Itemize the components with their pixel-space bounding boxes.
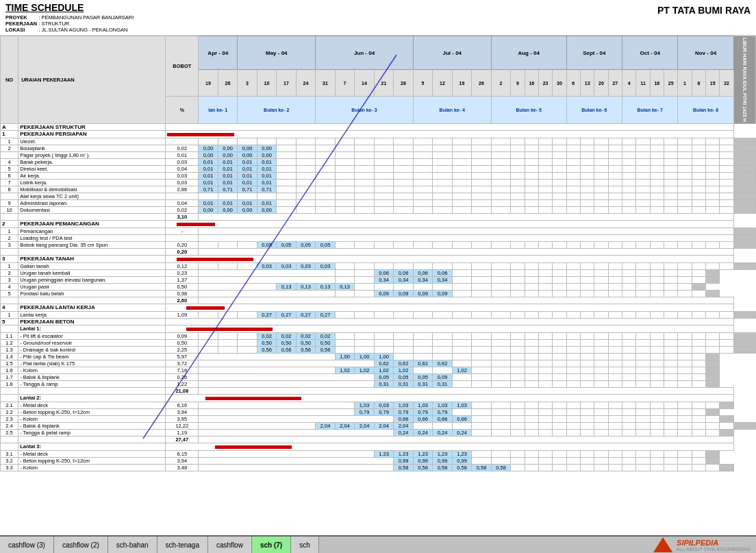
month-jul: Jul - 04 (413, 36, 491, 70)
table-row: 7 Listrik kerja. 0,03 0,010,01 0,010,01 (1, 179, 756, 186)
table-row: 8 Mobilisasi & demobilisasi 2,86 0,710,7… (1, 186, 756, 193)
page-header: TIME SCHEDULE PROYEK : PEMBANGUNAN PASAR… (0, 0, 756, 36)
month-header-row: NO URAIAN PEKERJAAN BOBOT Apr - 04 May -… (1, 36, 756, 70)
section-4-header: 4 PEKERJAAN LANTAI KERJA (1, 304, 756, 311)
table-row: 1 Galian tanah 0,12 0,030,030,03 0,03 (1, 262, 756, 269)
bulan-3: Bulan ke- 3 (316, 97, 414, 123)
tab-sch-tenaga[interactable]: sch-tenaga (158, 537, 208, 553)
lantai-2-header: Lantai 2: (1, 394, 756, 402)
main-content: NO URAIAN PEKERJAAN BOBOT Apr - 04 May -… (0, 36, 756, 535)
table-row: 1.2 - Ground/roof reservoir 0,50 0,500,5… (1, 339, 756, 346)
lantai-3-header: Lantai 3: (1, 443, 756, 450)
work-value: : STRUKTUR (38, 21, 134, 27)
tab-sch[interactable]: sch (291, 537, 319, 553)
month-sep: Sept - 04 (566, 36, 622, 70)
table-row: 1.6 - Kolom 7,16 1,021,021,02 1,02 1,02 (1, 367, 756, 373)
bottom-tabs: cashflow (3) cashflow (2) sch-bahan sch-… (0, 535, 756, 553)
bulan-6: Bulan ke- 6 (566, 97, 622, 123)
month-oct: Oct - 04 (622, 36, 678, 70)
table-row: 2.1 - Metal deck 6,16 1,030,031,03 1,031… (1, 402, 756, 408)
company-name: PT TATA BUMI RAYA (657, 2, 751, 16)
table-row: 2 Loading test / PDA test (1, 234, 756, 241)
table-row: 4 Barak pekerja. 0,03 0,010,01 0,010,01 (1, 158, 756, 165)
total-row-lantai2: 27,47 (1, 436, 756, 443)
table-row: 2 Bouwplank 0,02 0,000,00 0,000,00 (1, 145, 756, 151)
persen-header: % (166, 97, 199, 123)
page: TIME SCHEDULE PROYEK : PEMBANGUNAN PASAR… (0, 0, 756, 553)
table-row: 1 Uiezet. (1, 138, 756, 145)
bulan-8: Bulan ke- 8 (678, 97, 733, 123)
table-row: 1 Lantai kerja 1,09 0,270,270,27 0,27 (1, 311, 756, 318)
project-label: PROYEK (5, 14, 38, 21)
table-row: 4 Urugan pasir 0,50 0,130,130,130,13 (1, 283, 756, 290)
bulan-4: Bulan ke- 4 (413, 97, 491, 123)
table-wrapper[interactable]: NO URAIAN PEKERJAAN BOBOT Apr - 04 May -… (0, 36, 756, 535)
logo-area: SIPILPEDIA ALL ABOUT CIVIL ENGINEERING (648, 537, 756, 553)
tab-sch7[interactable]: sch (7) (252, 537, 291, 553)
table-row: 1.7 - Balok & lisplank 0,26 0,050,050,05… (1, 373, 756, 380)
col-bobot-header: BOBOT (166, 36, 199, 97)
logo-icon (653, 537, 672, 552)
location-value: : JL.SULTAN AGUNG - PEKALONGAN (38, 27, 134, 33)
table-row: 2.2 - Beton topping K-250, t=12cm 3,94 0… (1, 408, 756, 415)
bulan-2: Bulan ke- 2 (238, 97, 316, 123)
table-row: 1.3 - Drainage & bak kontrol 2,25 0,560,… (1, 346, 756, 353)
total-row-2: 0,20 (1, 248, 756, 255)
total-row-3: 2,60 (1, 297, 756, 304)
table-row: 1.8 - Tangga & ramp 1,22 0,310,310,310,3… (1, 380, 756, 387)
table-row: 1.5 - Plat lantai (slab) K 175 3,72 0,62… (1, 360, 756, 367)
col-uraian-header: URAIAN PEKERJAAN (18, 36, 166, 124)
table-row: 2.3 - Kolom 3,95 0,660,660,660,66 (1, 415, 756, 422)
month-nov: Nov - 04 (678, 36, 733, 70)
month-may: May - 04 (238, 36, 316, 70)
col-no-header: NO (1, 36, 18, 124)
page-title: TIME SCHEDULE (5, 2, 134, 13)
tab-spacer (319, 537, 648, 553)
total-row-1: 3,10 (1, 213, 756, 220)
tab-cashflow2[interactable]: cashflow (2) (54, 537, 108, 553)
bulan-7: Bulan ke- 7 (622, 97, 678, 123)
section-5-header: 5 PEKERJAAN BETON (1, 318, 756, 325)
table-row: 6 Air kerja. 0,03 0,010,01 0,010,01 (1, 172, 756, 179)
table-row: Pagar proyek ( tinggi 1,80 m' ). 0,01 0,… (1, 151, 756, 158)
table-row: 3 Urugan peninggian elevasi bangunan. 1,… (1, 276, 756, 283)
schedule-table: NO URAIAN PEKERJAAN BOBOT Apr - 04 May -… (0, 36, 756, 471)
schedule-body: A PEKERJAAN STRUKTUR 1 PEKERJAAN PERSIAP… (1, 123, 756, 471)
month-jun: Jun - 04 (316, 36, 414, 70)
table-row: 1 Pemancangan - (1, 228, 756, 234)
table-row: 3.2 - Beton topping K-250, t=12cm 3,94 0… (1, 457, 756, 464)
table-row: 2.5 - Tangga & pelat ramp 1,19 0,240,240… (1, 429, 756, 436)
month-apr: Apr - 04 (199, 36, 238, 70)
section-2-header: 2 PEKERJAAN PEMANCANGAN (1, 220, 756, 228)
project-value: : PEMBANGUNAN PASAR BANJARSARI (38, 14, 134, 21)
header-left: TIME SCHEDULE PROYEK : PEMBANGUNAN PASAR… (5, 2, 134, 33)
table-row: Alat kerja sewa TC 2 unit) (1, 193, 756, 199)
logo-text-area: SIPILPEDIA ALL ABOUT CIVIL ENGINEERING (677, 539, 751, 552)
tab-cashflow3[interactable]: cashflow (3) (0, 537, 54, 553)
location-label: LOKASI (5, 27, 38, 33)
table-row: 5 Pondasi batu belah 0,38 0,090,090,090,… (1, 290, 756, 297)
section-1-header: 1 PEKERJAAN PERSIAPAN (1, 130, 756, 138)
total-row-lantai1: 21,08 (1, 387, 756, 394)
table-row: 2.4 - Balok & lisplank 12,22 2,042,042,0… (1, 422, 756, 429)
bulan-5: Bulan ke- 5 (491, 97, 566, 123)
table-row: 10 Dokumentasi 0,02 0,000,00 0,000,00 (1, 206, 756, 213)
tab-sch-bahan[interactable]: sch-bahan (108, 537, 158, 553)
logo-tagline: ALL ABOUT CIVIL ENGINEERING (677, 547, 751, 552)
table-row: 2 Urugan tanah kembali 0,23 0,060,060,06… (1, 269, 756, 276)
table-row: 1.4 - Pile cap & Tie beam 5,97 1,001,001… (1, 353, 756, 360)
table-row: 3 Bobok tiang pancang Dia. 35 cm Spun 0,… (1, 241, 756, 248)
holiday-header: LIBUR HARI RAYA IDUL FITRI 1425 H (733, 36, 755, 124)
logo-brand: SIPILPEDIA (677, 539, 751, 547)
table-row: 1.1 - Pit lift & escalator 0,09 0,020,02… (1, 332, 756, 339)
section-3-header: 3 PEKERJAAN TANAH (1, 255, 756, 262)
tab-cashflow[interactable]: cashflow (208, 537, 252, 553)
bulan-1: Ian ke- 1 (199, 97, 238, 123)
table-row: 5 Direksi keet. 0,04 0,010,01 0,010,01 (1, 165, 756, 172)
table-row: 3.3 - Kolom 3,48 0,580,580,580,58 0,580,… (1, 464, 756, 471)
lantai-1-header: Lantai 1: (1, 325, 756, 332)
section-a-row: A PEKERJAAN STRUKTUR (1, 123, 756, 130)
month-aug: Aug - 04 (491, 36, 566, 70)
work-label: PEKERJAAN (5, 21, 38, 27)
table-row: 3.1 - Metal deck 6,15 1,231,231,231,23 1… (1, 450, 756, 457)
